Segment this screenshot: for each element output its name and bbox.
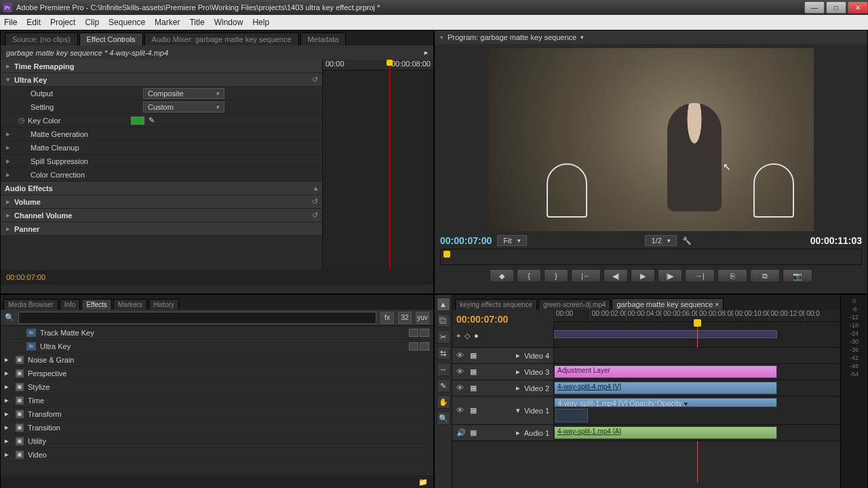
- tab-effect-controls[interactable]: Effect Controls: [79, 33, 143, 45]
- close-button[interactable]: ✕: [848, 1, 868, 14]
- twirl-icon[interactable]: ▸: [5, 143, 12, 152]
- program-timecode-current[interactable]: 00:00:07:00: [440, 235, 492, 246]
- twirl-icon[interactable]: ▸: [5, 170, 12, 179]
- program-video-output[interactable]: ↖: [488, 48, 814, 231]
- effect-item[interactable]: ▸▣Transform: [1, 407, 433, 421]
- menu-title[interactable]: Title: [189, 18, 204, 27]
- eye-icon[interactable]: 👁: [456, 384, 466, 393]
- program-scrubber[interactable]: [440, 249, 862, 265]
- work-area-bar[interactable]: [554, 330, 777, 338]
- timeline-tool[interactable]: ⇆: [437, 346, 450, 360]
- setting-dropdown[interactable]: Custom: [143, 102, 224, 113]
- minimize-button[interactable]: —: [804, 1, 825, 14]
- reset-icon[interactable]: ↺: [312, 75, 318, 84]
- tab-sequence-2[interactable]: garbage matte key sequence ×: [612, 298, 724, 310]
- param-matte-cleanup[interactable]: Matte Cleanup: [28, 144, 143, 152]
- mini-playhead[interactable]: [389, 60, 390, 270]
- clip-adjustment[interactable]: Adjustment Layer: [554, 365, 777, 378]
- fx-filter-button[interactable]: fx: [380, 312, 394, 324]
- track-v3-label[interactable]: Video 3: [524, 368, 549, 376]
- timeline-tool[interactable]: 🔍: [437, 411, 450, 425]
- timeline-tool[interactable]: ✋: [437, 395, 450, 409]
- maximize-button[interactable]: □: [826, 1, 846, 14]
- tab-info[interactable]: Info: [60, 299, 81, 310]
- twirl-icon[interactable]: ▸: [516, 367, 520, 376]
- track-v1-label[interactable]: Video 1: [524, 407, 549, 415]
- twirl-icon[interactable]: ▸: [5, 355, 12, 364]
- linked-selection-icon[interactable]: ◇: [465, 331, 470, 340]
- twirl-icon[interactable]: ▸: [5, 157, 12, 165]
- eyedropper-icon[interactable]: ✎: [149, 116, 155, 125]
- 32bit-filter-button[interactable]: 32: [398, 312, 412, 324]
- tab-audio-mixer[interactable]: Audio Mixer: garbage matte key sequence: [144, 33, 299, 45]
- go-to-out-button[interactable]: →|: [685, 269, 715, 283]
- step-back-button[interactable]: ◀|: [604, 269, 628, 283]
- twirl-icon[interactable]: ▸: [516, 428, 520, 437]
- output-dropdown[interactable]: Composite: [143, 88, 224, 99]
- zoom-fit-dropdown[interactable]: Fit: [497, 235, 526, 246]
- menu-window[interactable]: Window: [214, 18, 243, 27]
- twirl-icon[interactable]: ▸: [5, 211, 12, 220]
- twirl-icon[interactable]: ▸: [5, 382, 12, 391]
- timeline-ruler[interactable]: 00:0000:00:02:0000:00:04:0000:00:06:0000…: [554, 310, 840, 347]
- effect-item[interactable]: ▸▣Video: [1, 448, 433, 462]
- eye-icon[interactable]: 👁: [456, 367, 466, 377]
- twirl-icon[interactable]: ▸: [5, 450, 12, 459]
- effect-item[interactable]: ▸▣Perspective: [1, 367, 433, 380]
- lock-icon[interactable]: ▦: [470, 384, 477, 392]
- collapse-icon[interactable]: ▴: [314, 184, 318, 192]
- twirl-icon[interactable]: ▸: [5, 62, 12, 70]
- twirl-icon[interactable]: ▸: [5, 409, 12, 418]
- speaker-icon[interactable]: 🔊: [456, 428, 466, 438]
- twirl-icon[interactable]: ▸: [5, 423, 12, 432]
- menu-edit[interactable]: Edit: [26, 18, 41, 27]
- yuv-filter-button[interactable]: yuv: [416, 312, 429, 324]
- export-frame-button[interactable]: 📷: [783, 269, 812, 283]
- section-time-remapping[interactable]: Time Remapping: [12, 62, 127, 70]
- track-v4-label[interactable]: Video 4: [524, 352, 549, 360]
- lock-icon[interactable]: ▦: [470, 428, 477, 437]
- menu-file[interactable]: File: [4, 18, 17, 27]
- clip-v2[interactable]: 4-way-split-4.mp4 [V]: [554, 382, 777, 394]
- new-bin-icon[interactable]: 📁: [418, 478, 428, 487]
- twirl-icon[interactable]: ▸: [5, 436, 12, 445]
- effect-item[interactable]: ▸▣Utility: [1, 434, 433, 448]
- effect-item[interactable]: ▸▣Transition: [1, 421, 433, 434]
- effect-footer-timecode[interactable]: 00:00:07:00: [6, 273, 45, 281]
- timeline-tool[interactable]: ✂: [437, 330, 450, 344]
- section-channel-volume[interactable]: Channel Volume: [12, 211, 127, 220]
- lock-icon[interactable]: ▦: [470, 406, 477, 415]
- timeline-tool[interactable]: ▲: [437, 298, 450, 311]
- param-spill-suppression[interactable]: Spill Suppression: [28, 157, 143, 165]
- clip-v1[interactable]: 4-way-split-1.mp4 [V] Opacity:Opacity ▾: [554, 398, 777, 407]
- section-audio-effects[interactable]: Audio Effects: [5, 184, 120, 192]
- effect-item[interactable]: ▸▣Stylize: [1, 380, 433, 394]
- twirl-icon[interactable]: ▾: [5, 75, 12, 84]
- param-color-correction[interactable]: Color Correction: [28, 171, 143, 179]
- twirl-icon[interactable]: ▸: [5, 224, 12, 233]
- lock-icon[interactable]: ▦: [470, 351, 477, 360]
- eye-icon[interactable]: 👁: [456, 351, 466, 361]
- program-header[interactable]: Program: garbage matte key sequence: [448, 33, 576, 41]
- section-ultra-key[interactable]: Ultra Key: [12, 76, 127, 84]
- add-marker-button[interactable]: ◆: [490, 269, 514, 283]
- tab-media-browser[interactable]: Media Browser: [3, 299, 58, 310]
- tab-history[interactable]: History: [149, 299, 179, 310]
- effect-item[interactable]: fxUltra Key: [1, 340, 433, 353]
- menu-marker[interactable]: Marker: [155, 18, 180, 27]
- step-forward-button[interactable]: |▶: [658, 269, 682, 283]
- chevron-right-icon[interactable]: ▸: [424, 48, 428, 57]
- menu-project[interactable]: Project: [50, 18, 75, 27]
- stopwatch-icon[interactable]: ◷: [18, 116, 25, 125]
- extract-button[interactable]: ⧉: [750, 269, 780, 283]
- track-a1-label[interactable]: Audio 1: [524, 429, 549, 437]
- marker-add-icon[interactable]: ●: [474, 331, 479, 340]
- twirl-icon[interactable]: ▸: [516, 351, 520, 360]
- effect-item[interactable]: ▸▣Noise & Grain: [1, 353, 433, 367]
- section-volume[interactable]: Volume: [12, 198, 127, 206]
- close-tab-icon[interactable]: ×: [715, 300, 719, 308]
- twirl-icon[interactable]: ▸: [5, 129, 12, 138]
- go-to-in-button[interactable]: |←: [571, 269, 601, 283]
- param-matte-generation[interactable]: Matte Generation: [28, 130, 143, 138]
- reset-icon[interactable]: ↺: [312, 197, 318, 206]
